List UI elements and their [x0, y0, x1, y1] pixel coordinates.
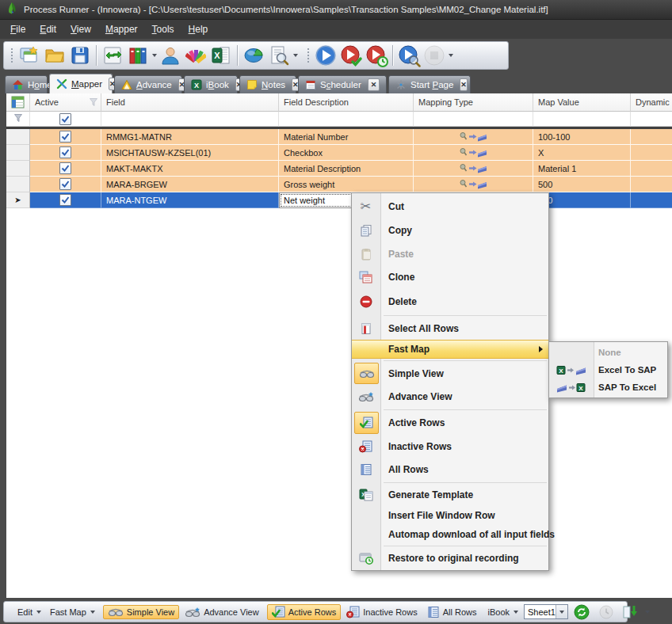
menu-item-select-all-rows[interactable]: Select All Rows: [352, 317, 548, 340]
column-header-map-value[interactable]: Map Value: [533, 93, 631, 112]
table-row[interactable]: MAKT-MAKTXMaterial DescriptionMaterial 1: [6, 161, 672, 177]
tab-close-icon[interactable]: ✕: [460, 78, 468, 91]
mapping-type-cell[interactable]: [414, 177, 533, 192]
themes-button[interactable]: [184, 44, 208, 67]
field-description-cell[interactable]: Gross weight: [279, 177, 414, 192]
menubar-item-mapper[interactable]: Mapper: [98, 21, 145, 37]
field-cell[interactable]: RMMG1-MATNR: [101, 129, 279, 145]
filter-cell[interactable]: [101, 112, 279, 127]
dynamic-cell[interactable]: [631, 161, 672, 177]
import-green-button[interactable]: [620, 603, 642, 622]
menu-item-active-rows[interactable]: Active Rows: [352, 411, 548, 435]
row-active-checkbox[interactable]: [59, 194, 71, 206]
menu-item-all-rows[interactable]: All Rows: [352, 458, 548, 481]
field-cell[interactable]: MARA-NTGEW: [101, 192, 279, 208]
filter-cell[interactable]: [30, 112, 101, 127]
column-header-indicator[interactable]: [6, 93, 30, 112]
menu-item-generate-template[interactable]: XGenerate Template: [352, 484, 548, 506]
menu-item-inactive-rows[interactable]: Inactive Rows: [352, 435, 548, 458]
filter-cell[interactable]: [414, 112, 533, 127]
toolbar-grip[interactable]: [306, 47, 310, 64]
mapping-type-cell[interactable]: [414, 145, 533, 161]
column-header-field[interactable]: Field: [101, 93, 279, 112]
tab-mapper[interactable]: Mapper✕: [49, 74, 113, 93]
field-cell[interactable]: MAKT-MAKTX: [101, 161, 279, 177]
menu-item-excel-to-sap[interactable]: XExcel To SAP: [549, 361, 667, 379]
tab-start-page[interactable]: Start Page✕: [388, 75, 471, 93]
map-value-cell[interactable]: 500: [533, 177, 631, 192]
filter-active-checkbox[interactable]: [59, 113, 71, 125]
history-button[interactable]: [595, 603, 617, 622]
dynamic-cell[interactable]: [631, 145, 672, 161]
map-value-cell[interactable]: X: [533, 145, 631, 161]
excel-button[interactable]: X: [209, 44, 233, 67]
table-row[interactable]: MARA-BRGEWGross weight500: [6, 177, 672, 192]
active-rows-button[interactable]: Active Rows: [267, 604, 342, 620]
menubar-item-edit[interactable]: Edit: [32, 21, 63, 37]
run-preview-button[interactable]: [397, 44, 421, 67]
field-description-cell[interactable]: Material Description: [279, 161, 414, 177]
run-check-button[interactable]: [339, 44, 363, 67]
field-cell[interactable]: MSICHTAUSW-KZSEL(01): [101, 145, 279, 161]
books-button[interactable]: [126, 44, 150, 67]
tab-ibook[interactable]: XiBook✕: [184, 75, 238, 93]
tab-close-icon[interactable]: ✕: [368, 78, 380, 91]
run-refresh-button[interactable]: [365, 44, 388, 67]
all-rows-button[interactable]: All Rows: [423, 604, 480, 620]
row-active-checkbox[interactable]: [59, 146, 71, 158]
row-active-checkbox[interactable]: [59, 178, 71, 190]
inactive-rows-button[interactable]: Inactive Rows: [343, 604, 420, 620]
toolbar-grip[interactable]: [10, 47, 13, 64]
filter-cell[interactable]: [631, 112, 672, 127]
advance-view-button[interactable]: Advance View: [181, 605, 262, 619]
table-row[interactable]: RMMG1-MATNRMaterial Number100-100: [6, 129, 672, 145]
menu-item-cut[interactable]: ✂Cut: [352, 195, 548, 219]
fast-map-dropdown[interactable]: Fast Map: [47, 606, 98, 618]
map-value-cell[interactable]: Material 1: [533, 161, 631, 177]
active-cell[interactable]: [30, 161, 101, 177]
dynamic-cell[interactable]: [631, 129, 672, 145]
field-description-cell[interactable]: Material Number: [279, 129, 414, 145]
refresh-green-button[interactable]: [571, 603, 593, 622]
active-cell[interactable]: [30, 192, 101, 208]
menu-item-advance-view[interactable]: Advance View: [352, 385, 548, 408]
menubar-item-file[interactable]: File: [3, 21, 32, 37]
dropdown-caret-icon[interactable]: [293, 54, 298, 57]
active-cell[interactable]: [30, 177, 101, 192]
menubar-item-view[interactable]: View: [63, 21, 98, 37]
menu-item-paste[interactable]: Paste: [352, 242, 548, 265]
tab-home[interactable]: Home: [5, 75, 48, 93]
active-cell[interactable]: [30, 145, 101, 161]
combo-caret-icon[interactable]: [556, 605, 567, 618]
table-row[interactable]: MSICHTAUSW-KZSEL(01)CheckboxX: [6, 145, 672, 161]
tab-scheduler[interactable]: Scheduler✕: [298, 75, 387, 93]
menu-item-insert-file-window-row[interactable]: Insert File Window Row: [352, 506, 548, 525]
filter-cell[interactable]: [279, 112, 414, 127]
transfer-button[interactable]: [101, 44, 124, 67]
save-button[interactable]: [68, 44, 92, 67]
field-cell[interactable]: MARA-BRGEW: [101, 177, 279, 192]
dynamic-cell[interactable]: [631, 192, 672, 208]
dropdown-caret-icon[interactable]: [645, 611, 650, 614]
row-active-checkbox[interactable]: [59, 162, 71, 174]
sheet-select[interactable]: Sheet1: [524, 604, 568, 619]
menubar-item-help[interactable]: Help: [181, 21, 216, 37]
row-active-checkbox[interactable]: [59, 131, 71, 143]
menu-item-copy[interactable]: Copy: [352, 219, 548, 242]
menu-item-none[interactable]: None: [549, 344, 667, 361]
ibook-dropdown[interactable]: iBook: [484, 606, 521, 618]
user-button[interactable]: [158, 44, 182, 67]
simple-view-button[interactable]: Simple View: [103, 605, 179, 619]
chart-pie-button[interactable]: [242, 44, 265, 67]
menu-item-delete[interactable]: Delete: [352, 289, 548, 314]
menu-item-restore-to-original-recording[interactable]: Restore to original recording: [352, 547, 548, 569]
column-header-field-description[interactable]: Field Description: [279, 93, 414, 112]
active-cell[interactable]: [30, 129, 101, 145]
menu-item-clone[interactable]: Clone: [352, 265, 548, 289]
filter-cell[interactable]: [533, 112, 631, 127]
column-header-active[interactable]: Active: [30, 93, 101, 112]
column-header-dynamic-f[interactable]: Dynamic F: [631, 93, 672, 112]
mapping-type-cell[interactable]: [414, 161, 533, 177]
field-description-cell[interactable]: Checkbox: [279, 145, 414, 161]
filter-cell[interactable]: [6, 112, 30, 127]
